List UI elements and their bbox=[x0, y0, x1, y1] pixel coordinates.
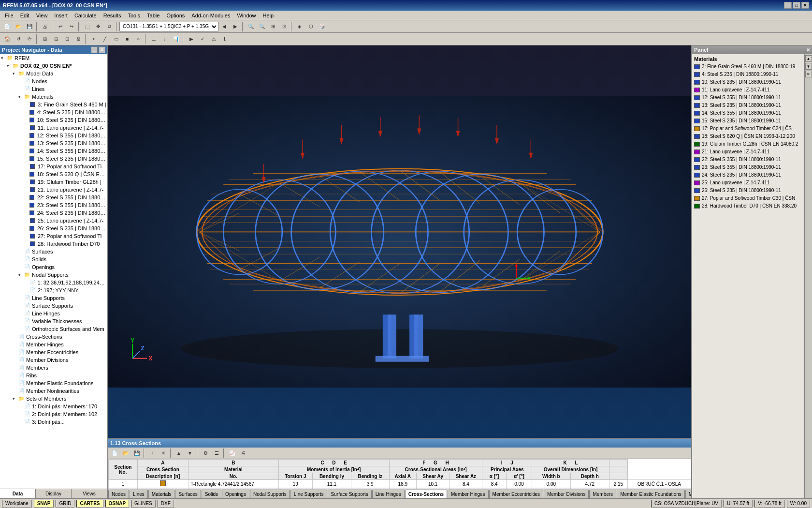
tree-item-surfaces[interactable]: 📄Surfaces bbox=[0, 248, 107, 255]
nav-tab-display[interactable]: Display bbox=[36, 489, 72, 498]
tree-item-ns1[interactable]: 📄1: 32,36,91,92,188,199,249,2 bbox=[0, 279, 107, 286]
tree-item-set3[interactable]: 📄3: Dolní pás... bbox=[0, 418, 107, 426]
tree-item-mat4[interactable]: 4: Steel S 235 | DIN 18800:19 bbox=[0, 108, 107, 116]
tree-item-solids[interactable]: 📄Solids bbox=[0, 255, 107, 263]
menu-file[interactable]: File bbox=[2, 12, 16, 19]
tree-item-surfacesup[interactable]: 📄Surface Supports bbox=[0, 302, 107, 310]
bottom-tab-materials[interactable]: Materials bbox=[148, 490, 175, 498]
t2-line[interactable]: ╱ bbox=[100, 34, 110, 45]
menu-edit[interactable]: Edit bbox=[17, 12, 32, 19]
bottom-tab-members[interactable]: Members bbox=[589, 490, 616, 498]
tree-item-mat28[interactable]: 28: Hardwood Timber D70 bbox=[0, 240, 107, 248]
select-button[interactable]: ⬚ bbox=[82, 21, 92, 32]
nav-tab-data[interactable]: Data bbox=[0, 489, 36, 498]
table-del-btn[interactable]: ✕ bbox=[158, 448, 169, 459]
redo-button[interactable]: ↪ bbox=[66, 21, 77, 32]
tree-item-memberelastic[interactable]: 📄Member Elastic Foundations bbox=[0, 379, 107, 387]
menu-calculate[interactable]: Calculate bbox=[72, 12, 100, 19]
t2-check[interactable]: ✓ bbox=[197, 34, 208, 45]
tree-item-mat26[interactable]: 26: Steel S 235 | DIN 18800:1 bbox=[0, 224, 107, 232]
zoom-in-button[interactable]: 🔍 bbox=[246, 21, 256, 32]
nav-min-button[interactable]: _ bbox=[91, 46, 98, 53]
table-print-btn[interactable]: 🖨 bbox=[238, 448, 248, 459]
table-col-btn[interactable]: ☰ bbox=[211, 448, 222, 459]
bottom-tab-nodes[interactable]: Nodes bbox=[108, 490, 129, 498]
bottom-tab-member-elastic-foundations[interactable]: Member Elastic Foundations bbox=[617, 490, 685, 498]
table-row-1[interactable]: 1T-Rectangle 4.72441/2.145671911.13.918.… bbox=[109, 480, 691, 488]
bottom-tab-line-supports[interactable]: Line Supports bbox=[290, 490, 327, 498]
table-chart-btn[interactable]: 📈 bbox=[227, 448, 237, 459]
bottom-tab-nodal-supports[interactable]: Nodal Supports bbox=[250, 490, 290, 498]
tree-item-mat25[interactable]: 25: Lano upravene | Z-14.7- bbox=[0, 217, 107, 224]
menu-tools[interactable]: Tools bbox=[125, 12, 143, 19]
t2-btn5[interactable]: ⊟ bbox=[51, 34, 61, 45]
menu-addons[interactable]: Add-on Modules bbox=[188, 12, 233, 19]
t2-load[interactable]: ↓ bbox=[160, 34, 170, 45]
t2-open[interactable]: ○ bbox=[133, 34, 144, 45]
tree-item-mat10[interactable]: 10: Steel S 235 | DIN 18800:1 bbox=[0, 116, 107, 124]
t2-info[interactable]: ℹ bbox=[219, 34, 230, 45]
table-dn-btn[interactable]: ▼ bbox=[185, 448, 195, 459]
tree-item-mat15[interactable]: 15: Steel S 235 | DIN 18800:1 bbox=[0, 155, 107, 163]
zoom-window-button[interactable]: ⊡ bbox=[279, 21, 290, 32]
t2-run[interactable]: ▶ bbox=[186, 34, 197, 45]
bottom-tab-member-nonlinearities[interactable]: Member Nonlinearities bbox=[685, 490, 691, 498]
cross-section-table[interactable]: SectionNo. A B C D E F G H I J K L bbox=[108, 459, 691, 489]
status-glines[interactable]: GLINES bbox=[131, 500, 156, 508]
tree-item-membernonlin[interactable]: 📄Member Nonlinearities bbox=[0, 387, 107, 395]
tree-item-mat14[interactable]: 14: Steel S 355 | DIN 18800:1 bbox=[0, 147, 107, 155]
bottom-tab-lines[interactable]: Lines bbox=[130, 490, 148, 498]
tree-item-crosssec[interactable]: 📄Cross-Sections bbox=[0, 333, 107, 341]
t2-solid[interactable]: ■ bbox=[122, 34, 132, 45]
tree-item-rfem[interactable]: ▾📁RFEM bbox=[0, 54, 107, 62]
status-cartes[interactable]: CARTES bbox=[76, 500, 103, 508]
close-button[interactable]: ✕ bbox=[801, 2, 809, 9]
tree-item-nodes[interactable]: 📄Nodes bbox=[0, 77, 107, 85]
t2-btn7[interactable]: ⊠ bbox=[73, 34, 84, 45]
new-button[interactable]: 📄 bbox=[2, 21, 13, 32]
title-bar-buttons[interactable]: _ □ ✕ bbox=[784, 2, 809, 9]
prev-lc-button[interactable]: ◀ bbox=[219, 21, 230, 32]
menu-table[interactable]: Table bbox=[144, 12, 162, 19]
bottom-tab-surfaces[interactable]: Surfaces bbox=[175, 490, 201, 498]
tree-item-lines[interactable]: 📄Lines bbox=[0, 85, 107, 93]
copy-button[interactable]: ⧉ bbox=[104, 21, 115, 32]
t2-support[interactable]: ⊥ bbox=[148, 34, 159, 45]
tree-item-set2[interactable]: 📄2: Dolní pás: Members: 102 bbox=[0, 410, 107, 418]
tree-item-members[interactable]: 📄Members bbox=[0, 364, 107, 372]
status-dxf[interactable]: DXF bbox=[158, 500, 174, 508]
table-open-btn[interactable]: 📂 bbox=[120, 448, 131, 459]
render-button[interactable]: ◈ bbox=[294, 21, 305, 32]
viewport-3d[interactable]: X Y Z bbox=[108, 45, 691, 438]
bottom-tab-member-divisions[interactable]: Member Divisions bbox=[544, 490, 589, 498]
tree-item-ribs[interactable]: 📄Ribs bbox=[0, 372, 107, 379]
bottom-tab-surface-supports[interactable]: Surface Supports bbox=[328, 490, 372, 498]
open-button[interactable]: 📂 bbox=[13, 21, 24, 32]
menu-options[interactable]: Options bbox=[163, 12, 188, 19]
zoom-out-button[interactable]: 🔍 bbox=[257, 21, 267, 32]
nav-tab-views[interactable]: Views bbox=[72, 489, 107, 498]
tree-item-mat17[interactable]: 17: Poplar and Softwood Ti bbox=[0, 163, 107, 170]
tree-item-mat18[interactable]: 18: Steel S 620 Q | ČSN EN 1 bbox=[0, 170, 107, 178]
nav-close-button[interactable]: ✕ bbox=[99, 46, 105, 53]
save-button[interactable]: 💾 bbox=[24, 21, 35, 32]
bottom-tab-member-hinges[interactable]: Member Hinges bbox=[448, 490, 489, 498]
menu-window[interactable]: Window bbox=[234, 12, 259, 19]
t2-warn[interactable]: ⚠ bbox=[208, 34, 219, 45]
tree-item-membereccentricities[interactable]: 📄Member Eccentricities bbox=[0, 348, 107, 356]
table-save-btn[interactable]: 💾 bbox=[131, 448, 142, 459]
status-snap[interactable]: SNAP bbox=[34, 500, 54, 508]
undo-button[interactable]: ↩ bbox=[55, 21, 66, 32]
legend-close-button[interactable]: ✕ bbox=[806, 47, 810, 53]
tree-item-model[interactable]: ▾📁Model Data bbox=[0, 70, 107, 77]
tree-item-nodalsup[interactable]: ▾📁Nodal Supports bbox=[0, 271, 107, 279]
wire-button[interactable]: ⬡ bbox=[305, 21, 316, 32]
tree-item-varthick[interactable]: 📄Variable Thicknesses bbox=[0, 317, 107, 325]
tree-item-mat27[interactable]: 27: Poplar and Softwood Ti bbox=[0, 232, 107, 240]
legend-side-btn3[interactable]: ✕ bbox=[805, 71, 812, 77]
tree-item-materials[interactable]: ▾📁Materials bbox=[0, 93, 107, 101]
tree-item-mat11[interactable]: 11: Lano upravene | Z-14.7- bbox=[0, 124, 107, 132]
tree-item-mat3[interactable]: 3: Fine Grain Steel S 460 M | bbox=[0, 101, 107, 108]
table-filter-btn[interactable]: ⚙ bbox=[200, 448, 211, 459]
t2-surf[interactable]: ▭ bbox=[111, 34, 121, 45]
